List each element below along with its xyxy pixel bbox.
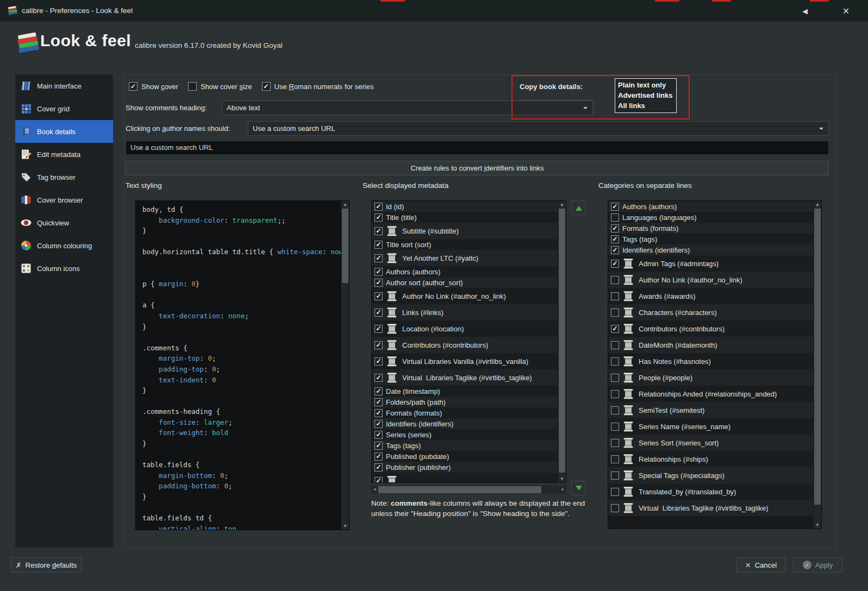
checkbox[interactable]: ✓ (374, 420, 383, 428)
apply-button[interactable]: ✓ Apply (793, 557, 842, 573)
list-item[interactable]: ✓Yet Another LTC (#yaltc) (372, 250, 558, 266)
checkbox[interactable]: ✓ (374, 254, 383, 262)
list-item[interactable]: SemiTest (#semitest) (608, 402, 813, 418)
scroll-thumb[interactable] (342, 209, 348, 283)
option-checkbox[interactable]: Show cover size (188, 82, 252, 91)
checkbox[interactable] (611, 341, 619, 349)
checkbox[interactable]: ✓ (611, 246, 619, 254)
list-item[interactable]: ✓Identifiers (identifiers) (372, 418, 558, 429)
checkbox[interactable]: ✓ (374, 292, 383, 300)
checkbox[interactable] (611, 471, 619, 480)
list-item[interactable]: Author No Link (#author_no_link) (608, 272, 813, 288)
checkbox[interactable]: ✓ (374, 477, 383, 483)
scroll-up-arrow-icon[interactable]: ▲ (558, 201, 566, 208)
popup-option[interactable]: Plain text only (618, 80, 676, 90)
checkbox[interactable]: ✓ (374, 268, 383, 276)
list-item[interactable]: ✓Series (series) (372, 429, 558, 440)
list-item[interactable]: ✓Date (timestamp) (372, 386, 558, 397)
list-item[interactable]: ✓Tags (tags) (372, 440, 558, 451)
list-item[interactable]: Characters (#characters) (608, 304, 813, 320)
scroll-thumb[interactable] (814, 209, 821, 505)
checkbox[interactable]: ✓ (374, 398, 383, 406)
sidebar-item-main-interface[interactable]: Main interface (15, 74, 113, 97)
list-item[interactable]: Relationships Anded (#relationships_ande… (608, 386, 813, 402)
list-item[interactable]: ✓Formats (formats) (608, 223, 813, 234)
checkbox[interactable]: ✓ (374, 203, 383, 211)
sidebar-item-book-details[interactable]: Book details (15, 120, 113, 143)
checkbox[interactable] (611, 423, 619, 431)
css-code[interactable]: body, td { background-color: transparent… (136, 201, 341, 530)
scroll-left-arrow-icon[interactable]: ◂ (371, 486, 378, 493)
list-item[interactable]: ✓Admin Tags (#admintags) (608, 255, 813, 272)
list-item[interactable]: ✓Publisher (publisher) (372, 462, 558, 473)
checkbox[interactable] (188, 82, 197, 91)
checkbox[interactable]: ✓ (129, 82, 138, 91)
scroll-track[interactable] (814, 208, 821, 521)
checkbox[interactable] (611, 213, 619, 222)
checkbox[interactable] (611, 276, 619, 284)
comments-heading-combo[interactable]: Above text (222, 100, 593, 115)
checkbox[interactable] (611, 504, 619, 512)
checkbox[interactable]: ✓ (374, 387, 383, 395)
scroll-thumb[interactable] (378, 486, 541, 493)
list-item[interactable]: Virtual Libraries Taglike (#virtlibs_tag… (608, 500, 813, 516)
custom-search-url-input[interactable]: Use a custom search URL (126, 141, 829, 155)
list-item[interactable]: ✓Subtitle (#subtitle) (372, 223, 558, 239)
sidebar-item-column-icons[interactable]: Column icons (15, 257, 113, 280)
list-item[interactable]: ✓Tags (tags) (608, 234, 813, 244)
scroll-up-arrow-icon[interactable]: ▲ (341, 201, 349, 208)
move-down-button[interactable] (571, 481, 586, 495)
checkbox[interactable]: ✓ (374, 325, 383, 333)
scroll-right-arrow-icon[interactable]: ▸ (559, 486, 566, 493)
checkbox[interactable]: ✓ (611, 260, 619, 268)
list-item[interactable]: Has Notes (#hasnotes) (608, 353, 813, 369)
list-item[interactable]: ✓Virtual Libraries Vanilla (#virtlibs_va… (372, 353, 558, 369)
list-item[interactable]: People (#people) (608, 369, 813, 386)
checkbox[interactable] (611, 488, 619, 496)
checkbox[interactable] (611, 292, 619, 300)
checkbox[interactable]: ✓ (374, 463, 383, 471)
metadata-hscrollbar[interactable]: ◂ ▸ (371, 486, 566, 494)
restore-defaults-button[interactable]: ✗ Restore defaults (11, 557, 82, 573)
list-item[interactable]: Series Name (#series_name) (608, 418, 813, 435)
categories-scrollbar[interactable]: ▲ ▼ (813, 201, 821, 529)
move-up-button[interactable] (571, 200, 586, 215)
checkbox[interactable] (611, 455, 619, 463)
metadata-scrollbar[interactable]: ▲ ▼ (558, 201, 566, 482)
list-item[interactable]: Series Sort (#series_sort) (608, 435, 813, 451)
checkbox[interactable] (611, 406, 619, 414)
window-back-button[interactable]: ◀ (789, 0, 821, 22)
checkbox[interactable]: ✓ (611, 325, 619, 333)
option-checkbox[interactable]: ✓Show cover (129, 82, 178, 91)
list-item[interactable]: ✓Author No Link (#author_no_link) (372, 288, 558, 304)
checkbox[interactable]: ✓ (374, 341, 383, 349)
list-item[interactable]: Languages (languages) (608, 212, 813, 223)
list-item[interactable]: ✓Id (id) (372, 201, 558, 212)
checkbox[interactable]: ✓ (374, 409, 383, 417)
option-checkbox[interactable]: ✓Use Roman numerals for series (262, 82, 374, 91)
cancel-button[interactable]: ✕ Cancel (736, 557, 785, 573)
checkbox[interactable]: ✓ (374, 442, 383, 450)
checkbox[interactable] (611, 374, 619, 382)
list-item[interactable]: ✓Authors (authors) (372, 266, 558, 277)
list-item[interactable]: ✓Virtual Libraries Taglike (#virtlibs_ta… (372, 369, 558, 386)
editor-scrollbar[interactable]: ▲ ▼ (341, 201, 349, 530)
list-item[interactable]: Special Tags (#specialtags) (608, 467, 813, 483)
list-item[interactable]: ✓Authors (authors) (608, 201, 813, 212)
checkbox[interactable]: ✓ (611, 235, 619, 243)
list-item[interactable]: ✓Contributors (#contributors) (372, 337, 558, 353)
list-item[interactable]: Relationships (#ships) (608, 451, 813, 467)
scroll-track[interactable] (378, 486, 559, 494)
checkbox[interactable]: ✓ (374, 279, 383, 287)
checkbox[interactable] (611, 309, 619, 317)
sidebar-item-edit-metadata[interactable]: Edit metadata (15, 143, 113, 166)
css-editor[interactable]: body, td { background-color: transparent… (135, 200, 349, 530)
checkbox[interactable]: ✓ (374, 309, 383, 317)
list-item[interactable]: Awards (#awards) (608, 288, 813, 304)
scroll-down-arrow-icon[interactable]: ▼ (814, 521, 821, 529)
sidebar-item-column-colouring[interactable]: Column colouring (15, 234, 113, 257)
checkbox[interactable]: ✓ (374, 374, 383, 382)
list-item[interactable]: ✓Author sort (author_sort) (372, 277, 558, 288)
list-item[interactable]: ✓ (372, 473, 558, 482)
scroll-thumb[interactable] (559, 209, 565, 473)
